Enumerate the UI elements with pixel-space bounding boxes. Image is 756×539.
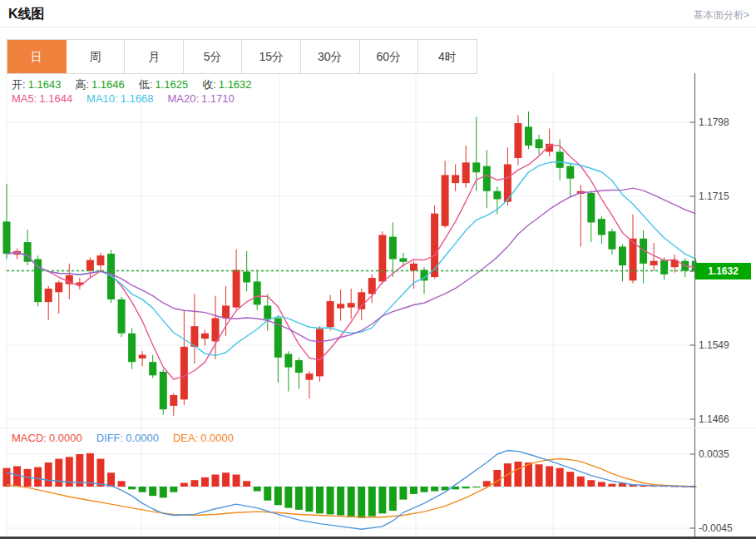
legend-item: DIFF:0.0000 — [96, 432, 159, 444]
tab-15min[interactable]: 15分 — [242, 40, 301, 73]
svg-text:1.1549: 1.1549 — [699, 339, 729, 351]
panel-divider — [0, 428, 756, 428]
fundamental-analysis-link[interactable]: 基本面分析> — [694, 8, 749, 22]
kline-widget: 1.17981.17151.15491.14660.0035-0.0045 K线… — [0, 0, 756, 539]
svg-text:0.0035: 0.0035 — [699, 448, 729, 460]
legend-item: MA5:1.1644 — [12, 92, 72, 105]
tab-week[interactable]: 周 — [67, 40, 126, 73]
tab-5min[interactable]: 5分 — [184, 40, 243, 73]
tab-30min[interactable]: 30分 — [301, 40, 360, 73]
svg-text:1.1466: 1.1466 — [699, 413, 729, 425]
legend-item: 低:1.1625 — [139, 77, 188, 92]
legend-item: 开:1.1643 — [12, 77, 61, 92]
legend-item: MACD:0.0000 — [12, 432, 82, 444]
ma-legend: MA5:1.1644MA10:1.1668MA20:1.1710 — [12, 92, 235, 105]
ohlc-legend: 开:1.1643高:1.1646低:1.1625收:1.1632 — [12, 77, 252, 92]
legend-item: MA10:1.1668 — [86, 92, 153, 105]
legend-item: DEA:0.0000 — [173, 432, 234, 444]
tab-4hour[interactable]: 4时 — [418, 40, 477, 73]
legend-item: MA20:1.1710 — [167, 92, 234, 105]
legend-item: 收:1.1632 — [202, 77, 251, 92]
svg-text:1.1715: 1.1715 — [699, 190, 729, 202]
macd-legend: MACD:0.0000DIFF:0.0000DEA:0.0000 — [12, 432, 234, 444]
tab-60min[interactable]: 60分 — [360, 40, 419, 73]
bottom-border — [0, 537, 756, 539]
tab-month[interactable]: 月 — [125, 40, 184, 73]
tab-day[interactable]: 日 — [7, 40, 67, 73]
interval-tabbar: 日周月5分15分30分60分4时 — [7, 39, 477, 74]
current-price-badge: 1.1632 — [695, 263, 751, 279]
svg-text:-0.0045: -0.0045 — [699, 522, 733, 534]
legend-item: 高:1.1646 — [75, 77, 124, 92]
header-divider — [0, 27, 756, 27]
svg-text:1.1798: 1.1798 — [699, 116, 729, 128]
page-title: K线图 — [8, 6, 45, 23]
